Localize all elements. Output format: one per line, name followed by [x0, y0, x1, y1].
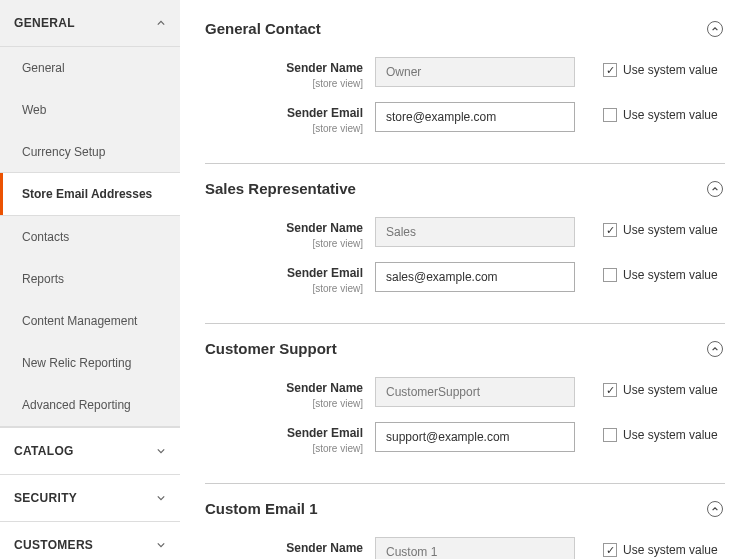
sender-name-input [375, 537, 575, 559]
sidebar-section-security[interactable]: SECURITY [0, 475, 180, 521]
use-system-checkbox[interactable] [603, 108, 617, 122]
sidebar-item-store-email-addresses[interactable]: Store Email Addresses [0, 172, 180, 216]
use-system-col: Use system value [575, 377, 725, 397]
main-content: General ContactSender Name[store view]Us… [180, 0, 750, 559]
chevron-down-icon [156, 540, 166, 550]
use-system-label: Use system value [623, 63, 718, 77]
config-section: Sales RepresentativeSender Name[store vi… [205, 170, 725, 324]
sidebar-section-customers[interactable]: CUSTOMERS [0, 522, 180, 559]
use-system-col: Use system value [575, 537, 725, 557]
chevron-up-icon [707, 501, 723, 517]
sidebar-item-reports[interactable]: Reports [0, 258, 180, 300]
sender-name-input [375, 377, 575, 407]
field-scope: [store view] [312, 78, 363, 89]
use-system-checkbox[interactable] [603, 428, 617, 442]
field-row: Sender Email[store view]Use system value [205, 422, 725, 455]
sidebar-item-currency-setup[interactable]: Currency Setup [0, 131, 180, 173]
use-system-col: Use system value [575, 217, 725, 237]
use-system-checkbox[interactable] [603, 543, 617, 557]
section-title: Sales Representative [205, 180, 356, 197]
chevron-up-icon [707, 181, 723, 197]
use-system-checkbox[interactable] [603, 223, 617, 237]
field-label-col: Sender Email[store view] [205, 422, 375, 455]
field-label-col: Sender Name[store view] [205, 57, 375, 90]
field-label: Sender Email [205, 106, 363, 120]
field-row: Sender Email[store view]Use system value [205, 102, 725, 135]
chevron-down-icon [156, 493, 166, 503]
use-system-col: Use system value [575, 422, 725, 442]
field-row: Sender Email[store view]Use system value [205, 262, 725, 295]
field-label: Sender Email [205, 426, 363, 440]
config-section: Customer SupportSender Name[store view]U… [205, 330, 725, 484]
field-label-col: Sender Name[store view] [205, 377, 375, 410]
field-row: Sender Name[store view]Use system value [205, 377, 725, 410]
field-label-col: Sender Name[store view] [205, 537, 375, 559]
sidebar-item-new-relic-reporting[interactable]: New Relic Reporting [0, 342, 180, 384]
field-label-col: Sender Email[store view] [205, 102, 375, 135]
field-scope: [store view] [312, 238, 363, 249]
sidebar-section-general[interactable]: GENERAL [0, 0, 180, 46]
sidebar: GENERALGeneralWebCurrency SetupStore Ema… [0, 0, 180, 559]
section-header[interactable]: Customer Support [205, 330, 725, 377]
use-system-checkbox[interactable] [603, 268, 617, 282]
field-row: Sender Name[store view]Use system value [205, 217, 725, 250]
sender-email-input[interactable] [375, 102, 575, 132]
chevron-down-icon [156, 446, 166, 456]
sender-name-input [375, 57, 575, 87]
use-system-label: Use system value [623, 383, 718, 397]
config-section: General ContactSender Name[store view]Us… [205, 10, 725, 164]
field-label-col: Sender Name[store view] [205, 217, 375, 250]
use-system-label: Use system value [623, 108, 718, 122]
field-label-col: Sender Email[store view] [205, 262, 375, 295]
field-label: Sender Name [205, 221, 363, 235]
use-system-col: Use system value [575, 57, 725, 77]
sidebar-item-general[interactable]: General [0, 47, 180, 89]
sender-email-input[interactable] [375, 422, 575, 452]
use-system-label: Use system value [623, 428, 718, 442]
sidebar-item-web[interactable]: Web [0, 89, 180, 131]
chevron-up-icon [707, 21, 723, 37]
use-system-col: Use system value [575, 102, 725, 122]
sender-name-input [375, 217, 575, 247]
field-scope: [store view] [312, 443, 363, 454]
use-system-col: Use system value [575, 262, 725, 282]
field-label: Sender Name [205, 61, 363, 75]
chevron-up-icon [156, 18, 166, 28]
field-row: Sender Name[store view]Use system value [205, 537, 725, 559]
section-header[interactable]: General Contact [205, 10, 725, 57]
use-system-checkbox[interactable] [603, 383, 617, 397]
sidebar-section-label: SECURITY [14, 491, 77, 505]
field-label: Sender Email [205, 266, 363, 280]
section-header[interactable]: Sales Representative [205, 170, 725, 217]
field-scope: [store view] [312, 123, 363, 134]
section-title: Customer Support [205, 340, 337, 357]
use-system-checkbox[interactable] [603, 63, 617, 77]
config-section: Custom Email 1Sender Name[store view]Use… [205, 490, 725, 559]
use-system-label: Use system value [623, 223, 718, 237]
section-title: Custom Email 1 [205, 500, 318, 517]
field-row: Sender Name[store view]Use system value [205, 57, 725, 90]
field-label: Sender Name [205, 381, 363, 395]
field-scope: [store view] [312, 283, 363, 294]
sidebar-section-label: CUSTOMERS [14, 538, 93, 552]
use-system-label: Use system value [623, 543, 718, 557]
field-scope: [store view] [312, 398, 363, 409]
chevron-up-icon [707, 341, 723, 357]
sidebar-section-label: GENERAL [14, 16, 75, 30]
sidebar-item-advanced-reporting[interactable]: Advanced Reporting [0, 384, 180, 426]
use-system-label: Use system value [623, 268, 718, 282]
sender-email-input[interactable] [375, 262, 575, 292]
section-header[interactable]: Custom Email 1 [205, 490, 725, 537]
sidebar-item-contacts[interactable]: Contacts [0, 216, 180, 258]
sidebar-item-content-management[interactable]: Content Management [0, 300, 180, 342]
section-title: General Contact [205, 20, 321, 37]
sidebar-section-catalog[interactable]: CATALOG [0, 428, 180, 474]
sidebar-section-label: CATALOG [14, 444, 74, 458]
field-label: Sender Name [205, 541, 363, 555]
